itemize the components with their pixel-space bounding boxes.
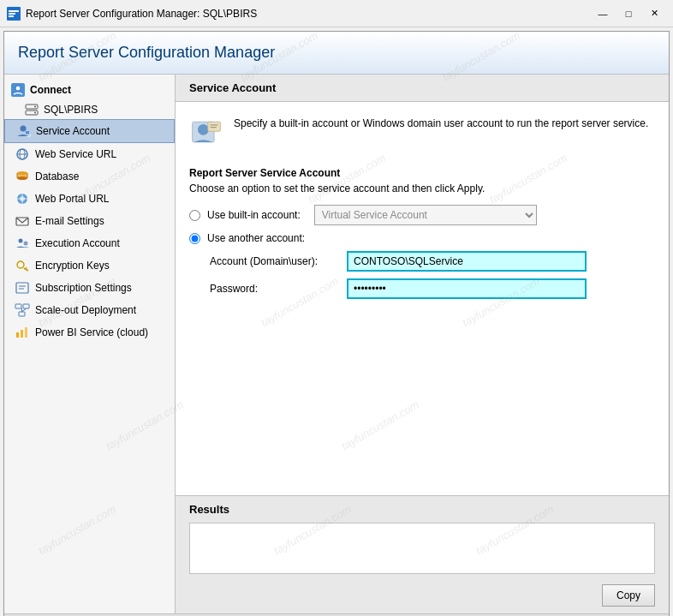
- sidebar-item-web-service-url[interactable]: Web Service URL: [4, 143, 175, 165]
- sidebar-item-database[interactable]: Database: [4, 165, 175, 188]
- svg-rect-41: [208, 122, 221, 131]
- sidebar-item-power-bi-service[interactable]: Power BI Service (cloud): [4, 321, 175, 344]
- window-header: Report Server Configuration Manager: [4, 32, 669, 75]
- sidebar-connect-section: Connect: [4, 78, 175, 100]
- sidebar-item-service-account[interactable]: SA Service Account: [4, 119, 175, 143]
- svg-point-25: [17, 261, 24, 268]
- scaleout-icon: [15, 303, 30, 317]
- content-area: Connect SQL\PBIRS SA: [4, 75, 669, 613]
- radio-builtin-label[interactable]: Use built-in account:: [207, 209, 301, 221]
- results-content: [189, 523, 655, 574]
- sidebar-label-web-service-url: Web Service URL: [35, 148, 116, 160]
- password-input[interactable]: [347, 278, 587, 299]
- account-field-label: Account (Domain\user):: [210, 255, 347, 267]
- svg-point-9: [21, 126, 27, 132]
- service-account-icon: SA: [15, 124, 31, 138]
- form-section-title: Report Server Service Account: [189, 167, 655, 179]
- sidebar-label-execution-account: Execution Account: [35, 237, 120, 249]
- execution-icon: [15, 236, 30, 250]
- service-account-header: Service Account: [176, 75, 669, 102]
- svg-rect-36: [16, 332, 19, 338]
- password-field-label: Password:: [210, 283, 347, 295]
- sidebar-connect-label: Connect: [30, 84, 71, 96]
- database-icon: [15, 170, 30, 183]
- window-title: Report Server Configuration Manager: [18, 44, 655, 62]
- sidebar-label-email-settings: E-mail Settings: [35, 215, 104, 227]
- web-portal-icon: [15, 192, 30, 206]
- sidebar-item-subscription-settings[interactable]: Subscription Settings: [4, 277, 175, 299]
- account-input[interactable]: [347, 251, 587, 272]
- results-section: Results Copy: [176, 495, 669, 613]
- encryption-icon: [15, 259, 30, 272]
- svg-rect-37: [21, 330, 23, 338]
- sidebar-item-email-settings[interactable]: E-mail Settings: [4, 210, 175, 232]
- description-area: Specify a built-in account or Windows do…: [189, 116, 655, 150]
- server-icon: [25, 104, 39, 116]
- main-panel: Service Account Specify a built-in accou…: [176, 75, 669, 613]
- title-bar-controls[interactable]: — □ ✕: [591, 5, 666, 22]
- minimize-button[interactable]: —: [591, 5, 615, 22]
- service-account-title: Service Account: [189, 81, 276, 94]
- svg-rect-33: [19, 312, 25, 316]
- svg-rect-1: [9, 10, 19, 12]
- sidebar-label-web-portal-url: Web Portal URL: [35, 193, 109, 205]
- radio-another-label[interactable]: Use another account:: [207, 232, 305, 244]
- svg-rect-32: [23, 304, 29, 308]
- radio-builtin[interactable]: [189, 210, 200, 221]
- svg-rect-2: [9, 13, 15, 15]
- sidebar-item-encryption-keys[interactable]: Encryption Keys: [4, 254, 175, 277]
- svg-point-17: [17, 176, 27, 180]
- radio-another-row: Use another account:: [189, 232, 655, 244]
- svg-rect-3: [9, 15, 14, 17]
- title-bar: Report Server Configuration Manager: SQL…: [0, 0, 673, 27]
- svg-point-7: [34, 106, 36, 108]
- results-actions: Copy: [176, 581, 669, 613]
- sidebar-server: SQL\PBIRS: [4, 100, 175, 119]
- radio-another[interactable]: [189, 233, 200, 244]
- account-field-row: Account (Domain\user):: [189, 251, 655, 272]
- sidebar-item-scale-out-deployment[interactable]: Scale-out Deployment: [4, 299, 175, 321]
- copy-button[interactable]: Copy: [602, 584, 655, 607]
- svg-rect-38: [25, 327, 27, 338]
- sidebar: Connect SQL\PBIRS SA: [4, 75, 176, 613]
- close-button[interactable]: ✕: [642, 5, 666, 22]
- builtin-account-select[interactable]: Virtual Service Account: [314, 205, 537, 225]
- web-service-icon: [15, 147, 30, 161]
- svg-point-4: [15, 86, 21, 91]
- radio-builtin-row: Use built-in account: Virtual Service Ac…: [189, 205, 655, 225]
- sidebar-label-subscription-settings: Subscription Settings: [35, 282, 132, 294]
- subscription-icon: [15, 281, 30, 295]
- svg-point-24: [24, 242, 28, 246]
- sidebar-label-service-account: Service Account: [36, 125, 110, 137]
- sidebar-server-name: SQL\PBIRS: [44, 104, 98, 116]
- description-text: Specify a built-in account or Windows do…: [234, 116, 648, 131]
- title-bar-left: Report Server Configuration Manager: SQL…: [7, 7, 257, 21]
- main-window: Report Server Configuration Manager Conn…: [3, 31, 670, 616]
- svg-point-40: [198, 124, 209, 135]
- results-header: Results: [176, 496, 669, 523]
- maximize-button[interactable]: □: [616, 5, 640, 22]
- svg-line-27: [26, 267, 27, 269]
- sidebar-label-scale-out-deployment: Scale-out Deployment: [35, 304, 136, 316]
- sidebar-item-execution-account[interactable]: Execution Account: [4, 232, 175, 254]
- section-content: Specify a built-in account or Windows do…: [176, 102, 669, 495]
- form-group: Report Server Service Account Choose an …: [189, 167, 655, 299]
- sidebar-label-database: Database: [35, 170, 79, 182]
- svg-point-23: [19, 239, 23, 243]
- svg-point-8: [34, 112, 36, 114]
- form-section-subtitle: Choose an option to set the service acco…: [189, 182, 655, 194]
- svg-rect-31: [15, 304, 21, 308]
- svg-line-35: [22, 308, 27, 312]
- password-field-row: Password:: [189, 278, 655, 299]
- sidebar-label-power-bi-service: Power BI Service (cloud): [35, 326, 148, 338]
- app-icon: [7, 7, 21, 21]
- sidebar-label-encryption-keys: Encryption Keys: [35, 260, 110, 272]
- sidebar-item-web-portal-url[interactable]: Web Portal URL: [4, 188, 175, 210]
- connect-icon: [11, 83, 25, 97]
- email-icon: [15, 214, 30, 228]
- svg-rect-28: [16, 283, 28, 293]
- title-bar-title: Report Server Configuration Manager: SQL…: [26, 8, 257, 20]
- powerbi-icon: [15, 326, 30, 339]
- svg-text:SA: SA: [26, 133, 31, 138]
- service-account-description-icon: [189, 116, 223, 150]
